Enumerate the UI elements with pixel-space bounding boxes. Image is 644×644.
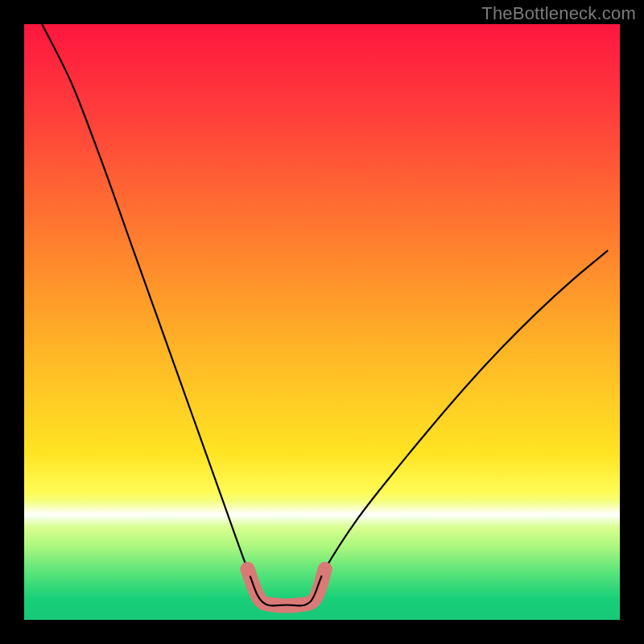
svg-point-0 bbox=[241, 562, 255, 576]
chart-frame: TheBottleneck.com bbox=[0, 0, 644, 644]
svg-point-1 bbox=[318, 562, 332, 576]
watermark-text: TheBottleneck.com bbox=[481, 3, 636, 24]
gradient-background bbox=[24, 24, 620, 620]
chart-plot-area bbox=[24, 24, 620, 620]
bottleneck-chart bbox=[24, 24, 620, 620]
